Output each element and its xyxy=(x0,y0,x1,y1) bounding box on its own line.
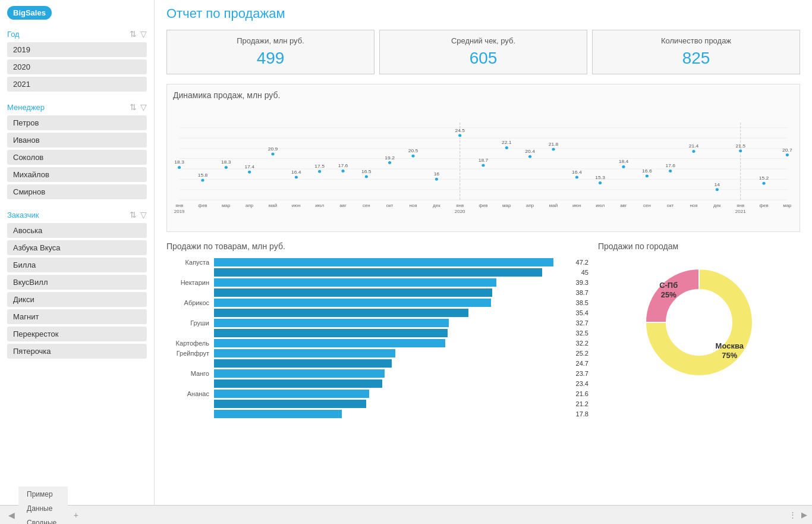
manager-item[interactable]: Иванов xyxy=(7,133,147,148)
customer-item[interactable]: Авоська xyxy=(7,223,147,238)
bar-track xyxy=(214,359,574,368)
bar-chart-section: Продажи по товарам, млн руб. Капуста47.2… xyxy=(166,241,588,422)
year-item[interactable]: 2021 xyxy=(7,77,147,92)
svg-text:2020: 2020 xyxy=(455,209,465,214)
tab-items: ПримерДанныеСводныеДашборд xyxy=(18,487,69,525)
svg-text:22.1: 22.1 xyxy=(502,140,512,146)
kpi-card: Средний чек, руб.605 xyxy=(379,30,587,74)
bar-row: Картофель32.2 xyxy=(166,339,588,347)
donut-chart-section: Продажи по городам Москва75%С-Пб25% xyxy=(598,241,800,422)
svg-text:15.2: 15.2 xyxy=(759,176,769,181)
year-item[interactable]: 2019 xyxy=(7,42,147,57)
customer-item[interactable]: Дикси xyxy=(7,292,147,307)
tab-item[interactable]: Сводные xyxy=(18,515,68,525)
svg-point-10 xyxy=(177,165,181,169)
customer-sort-icon[interactable]: ⇅ xyxy=(130,210,137,219)
svg-text:15.8: 15.8 xyxy=(198,172,208,178)
customer-item[interactable]: ВкусВилл xyxy=(7,275,147,290)
manager-sort-icon[interactable]: ⇅ xyxy=(130,102,137,112)
svg-point-24 xyxy=(505,146,508,150)
kpi-value: 605 xyxy=(389,49,577,68)
bar-label: Картофель xyxy=(166,340,214,347)
manager-item[interactable]: Михайлов xyxy=(7,167,147,182)
bar-row: Манго23.7 xyxy=(166,369,588,378)
bar-fill xyxy=(214,329,448,337)
sidebar: BigSales Год ⇅ ▽ 201920202021 Менеджер xyxy=(0,0,155,505)
tab-item[interactable]: Данные xyxy=(18,501,68,515)
bar-label: Ананас xyxy=(166,390,214,397)
tab-nav-prev[interactable]: ◀ xyxy=(5,510,18,520)
year-sort-icon[interactable]: ⇅ xyxy=(130,29,137,39)
bar-row: 23.4 xyxy=(166,379,588,388)
bar-value: 38.7 xyxy=(576,289,588,296)
bar-row: Груши32.7 xyxy=(166,319,588,327)
bar-chart-container: Капуста47.245Нектарин39.338.7Абрикос38.5… xyxy=(166,256,588,422)
year-filter-icon[interactable]: ▽ xyxy=(140,29,147,39)
svg-text:май: май xyxy=(269,203,277,208)
svg-text:17.5: 17.5 xyxy=(314,164,325,170)
svg-text:авг: авг xyxy=(620,203,627,208)
customer-item[interactable]: Билла xyxy=(7,258,147,272)
bar-row: Ананас21.6 xyxy=(166,390,588,398)
donut-svg: Москва75%С-Пб25% xyxy=(634,257,764,388)
svg-point-19 xyxy=(388,161,391,165)
svg-text:июн: июн xyxy=(572,203,581,208)
tab-bar-right: ⋮ ▶ xyxy=(789,510,807,519)
svg-point-26 xyxy=(552,148,555,151)
svg-text:18.7: 18.7 xyxy=(479,158,489,163)
manager-item[interactable]: Петров xyxy=(7,115,147,130)
bar-track xyxy=(214,309,574,317)
svg-text:75%: 75% xyxy=(722,351,737,360)
svg-point-22 xyxy=(458,134,461,137)
svg-text:20.7: 20.7 xyxy=(782,148,792,153)
svg-point-23 xyxy=(481,164,485,167)
svg-text:25%: 25% xyxy=(661,290,676,299)
svg-text:фев: фев xyxy=(198,203,207,208)
bar-fill xyxy=(214,309,468,317)
svg-text:мар: мар xyxy=(783,203,791,208)
svg-point-35 xyxy=(762,181,766,185)
customer-item[interactable]: Магнит xyxy=(7,309,147,324)
customer-filter-label: Заказчик xyxy=(7,211,39,219)
tab-add-button[interactable]: + xyxy=(69,508,83,522)
manager-filter-icon[interactable]: ▽ xyxy=(140,102,147,112)
svg-text:окт: окт xyxy=(386,203,394,208)
svg-text:дек: дек xyxy=(713,203,721,208)
svg-point-16 xyxy=(317,170,321,173)
bar-row: 32.5 xyxy=(166,329,588,337)
bar-row: Грейпфрут25.2 xyxy=(166,349,588,357)
svg-text:С-Пб: С-Пб xyxy=(659,281,678,290)
svg-text:16: 16 xyxy=(434,172,440,177)
svg-text:июн: июн xyxy=(292,203,301,208)
bar-fill xyxy=(214,390,369,398)
svg-text:17.6: 17.6 xyxy=(665,164,675,169)
year-item[interactable]: 2020 xyxy=(7,59,147,74)
customer-filter-icon[interactable]: ▽ xyxy=(140,210,147,219)
bar-fill xyxy=(214,319,449,327)
svg-point-17 xyxy=(341,170,345,173)
kpi-title: Количество продаж xyxy=(602,36,790,45)
manager-item[interactable]: Соколов xyxy=(7,150,147,165)
customer-item[interactable]: Азбука Вкуса xyxy=(7,240,147,255)
customer-item[interactable]: Пятерочка xyxy=(7,344,147,359)
year-filter: Год ⇅ ▽ 201920202021 xyxy=(7,29,147,92)
bar-label: Капуста xyxy=(166,259,214,266)
bar-label: Грейпфрут xyxy=(166,350,214,357)
tab-bar-dots: ⋮ xyxy=(789,510,797,519)
tab-bar: ◀ ПримерДанныеСводныеДашборд + ⋮ ▶ xyxy=(0,505,812,524)
svg-text:21.8: 21.8 xyxy=(549,142,559,147)
bar-fill xyxy=(214,339,445,347)
svg-point-33 xyxy=(715,188,719,192)
manager-item[interactable]: Смирнов xyxy=(7,184,147,199)
kpi-value: 499 xyxy=(177,49,364,68)
svg-point-32 xyxy=(692,150,695,153)
svg-text:янв: янв xyxy=(456,203,464,208)
tab-item[interactable]: Пример xyxy=(18,487,68,501)
svg-text:19.2: 19.2 xyxy=(385,155,395,161)
tab-bar-scroll: ▶ xyxy=(801,510,807,519)
svg-point-34 xyxy=(739,149,742,153)
svg-text:15.3: 15.3 xyxy=(595,175,605,181)
customer-item[interactable]: Перекресток xyxy=(7,327,147,341)
donut-container: Москва75%С-Пб25% xyxy=(598,257,800,388)
bar-label: Нектарин xyxy=(166,279,214,286)
